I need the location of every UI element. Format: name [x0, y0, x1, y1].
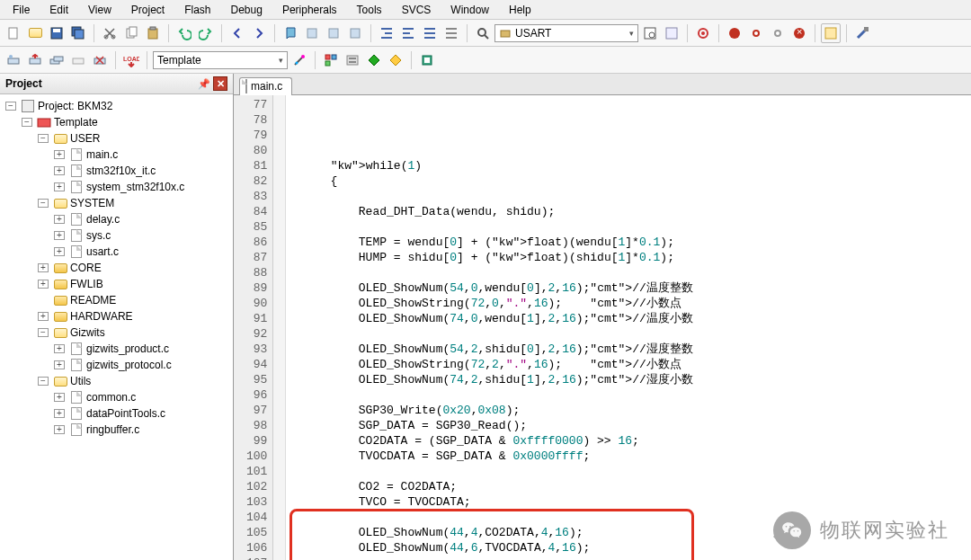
- breakpoint-enable-icon[interactable]: [746, 23, 766, 43]
- fold-column[interactable]: [273, 95, 286, 560]
- svg-rect-25: [30, 58, 40, 64]
- file-icon: [245, 80, 247, 93]
- breakpoint-disable-icon[interactable]: [768, 23, 788, 43]
- svg-rect-27: [54, 57, 63, 61]
- tree-group-system[interactable]: −SYSTEM: [2, 195, 231, 211]
- tree-file-main[interactable]: +main.c: [2, 147, 231, 163]
- tree-group-fwlib[interactable]: +FWLIB: [2, 276, 231, 292]
- stop-build-icon[interactable]: [90, 50, 110, 70]
- bookmark-flag-icon[interactable]: [281, 23, 300, 43]
- batch-build-icon[interactable]: [68, 50, 88, 70]
- debug-start-icon[interactable]: [693, 23, 713, 43]
- editor-tab-main[interactable]: main.c: [239, 77, 292, 95]
- tree-file-usart[interactable]: +usart.c: [2, 244, 231, 260]
- paste-icon[interactable]: [143, 23, 163, 43]
- nav-forward-icon[interactable]: [249, 23, 269, 43]
- window-layout-icon[interactable]: [821, 23, 841, 43]
- breakpoint-insert-icon[interactable]: [725, 23, 744, 43]
- tree-file-delay[interactable]: +delay.c: [2, 211, 231, 227]
- tree-file-common[interactable]: +common.c: [2, 389, 231, 405]
- tree-group-core[interactable]: +CORE: [2, 260, 231, 276]
- svg-point-14: [478, 29, 486, 36]
- comment-icon[interactable]: [420, 23, 440, 43]
- menu-svcs[interactable]: SVCS: [393, 2, 441, 18]
- menu-debug[interactable]: Debug: [222, 2, 272, 18]
- tree-group-gizwits[interactable]: −Gizwits: [2, 324, 231, 341]
- download-icon[interactable]: LOAD: [121, 50, 141, 70]
- menu-help[interactable]: Help: [500, 2, 540, 18]
- undo-icon[interactable]: [174, 23, 194, 43]
- pin-icon[interactable]: 📌: [197, 76, 211, 91]
- close-icon[interactable]: ✕: [213, 76, 227, 91]
- tree-file-systemstm[interactable]: +system_stm32f10x.c: [2, 179, 231, 195]
- tree-file-gizprod[interactable]: +gizwits_product.c: [2, 341, 231, 357]
- menu-project[interactable]: Project: [122, 2, 174, 18]
- tree-group-readme[interactable]: README: [2, 292, 231, 308]
- save-all-icon[interactable]: [68, 23, 88, 43]
- line-gutter: 7778798081828384858687888990919293949596…: [234, 95, 273, 560]
- menu-edit[interactable]: Edit: [40, 2, 77, 18]
- uncomment-icon[interactable]: [441, 23, 461, 43]
- target-combo[interactable]: Template ▾: [153, 51, 288, 69]
- tree-group-user[interactable]: −USER: [2, 130, 231, 147]
- manage-project-icon[interactable]: [321, 50, 341, 70]
- svg-point-20: [701, 31, 705, 35]
- wechat-icon: [773, 511, 811, 549]
- svg-marker-40: [390, 55, 401, 66]
- menu-bar: File Edit View Project Flash Debug Perip…: [0, 0, 971, 20]
- menu-peripherals[interactable]: Peripherals: [273, 2, 346, 18]
- tree-file-stm32it[interactable]: +stm32f10x_it.c: [2, 163, 231, 179]
- redo-icon[interactable]: [196, 23, 216, 43]
- indent-icon[interactable]: [377, 23, 396, 43]
- code-content[interactable]: "kw">while(1) { Read_DHT_Data(wendu, shi…: [286, 95, 971, 560]
- tree-group-hardware[interactable]: +HARDWARE: [2, 308, 231, 324]
- find-in-files-icon[interactable]: [640, 23, 660, 43]
- save-icon[interactable]: [47, 23, 67, 43]
- code-editor[interactable]: 7778798081828384858687888990919293949596…: [234, 95, 971, 560]
- editor-tab-label: main.c: [251, 80, 282, 93]
- tree-file-sys[interactable]: +sys.c: [2, 227, 231, 244]
- tree-project-root[interactable]: −Project: BKM32: [2, 98, 231, 114]
- menu-flash[interactable]: Flash: [175, 2, 219, 18]
- bookmark-clear-icon[interactable]: [345, 23, 365, 43]
- copy-icon[interactable]: [121, 23, 141, 43]
- tree-file-dptools[interactable]: +dataPointTools.c: [2, 405, 231, 422]
- menu-tools[interactable]: Tools: [348, 2, 391, 18]
- translate-icon[interactable]: [4, 50, 23, 70]
- peripheral-combo-label: USART: [515, 27, 551, 40]
- target-combo-label: Template: [157, 54, 201, 67]
- peripheral-combo[interactable]: USART ▾: [494, 24, 638, 42]
- menu-file[interactable]: File: [4, 2, 39, 18]
- svg-rect-8: [129, 27, 137, 36]
- bookmark-prev-icon[interactable]: [302, 23, 322, 43]
- workspace: Project 📌 ✕ −Project: BKM32 −Template −U…: [0, 74, 971, 560]
- open-file-icon[interactable]: [25, 23, 45, 43]
- incremental-find-icon[interactable]: [662, 23, 681, 43]
- menu-window[interactable]: Window: [441, 2, 498, 18]
- tree-group-utils[interactable]: −Utils: [2, 373, 231, 389]
- select-packs-icon[interactable]: [343, 50, 362, 70]
- books-icon[interactable]: [417, 50, 437, 70]
- build-icon[interactable]: [25, 50, 45, 70]
- svg-rect-13: [351, 29, 360, 38]
- svg-rect-23: [8, 58, 19, 64]
- svg-rect-10: [150, 27, 156, 30]
- unindent-icon[interactable]: [398, 23, 418, 43]
- bookmark-next-icon[interactable]: [324, 23, 343, 43]
- find-icon[interactable]: [473, 23, 493, 43]
- tree-file-ringbuf[interactable]: +ringbuffer.c: [2, 422, 231, 438]
- nav-back-icon[interactable]: [227, 23, 247, 43]
- cut-icon[interactable]: [100, 23, 120, 43]
- manage-rte-icon[interactable]: [364, 50, 384, 70]
- new-file-icon[interactable]: [4, 23, 23, 43]
- menu-view[interactable]: View: [79, 2, 120, 18]
- tree-target-template[interactable]: −Template: [2, 114, 231, 130]
- rebuild-icon[interactable]: [47, 50, 67, 70]
- project-tree[interactable]: −Project: BKM32 −Template −USER +main.c …: [0, 94, 233, 560]
- target-options-icon[interactable]: [290, 50, 309, 70]
- svg-rect-2: [53, 29, 60, 32]
- configure-icon[interactable]: [852, 23, 872, 43]
- tree-file-gizprot[interactable]: +gizwits_protocol.c: [2, 357, 231, 373]
- pack-installer-icon[interactable]: [386, 50, 405, 70]
- breakpoint-kill-icon[interactable]: ×: [789, 23, 809, 43]
